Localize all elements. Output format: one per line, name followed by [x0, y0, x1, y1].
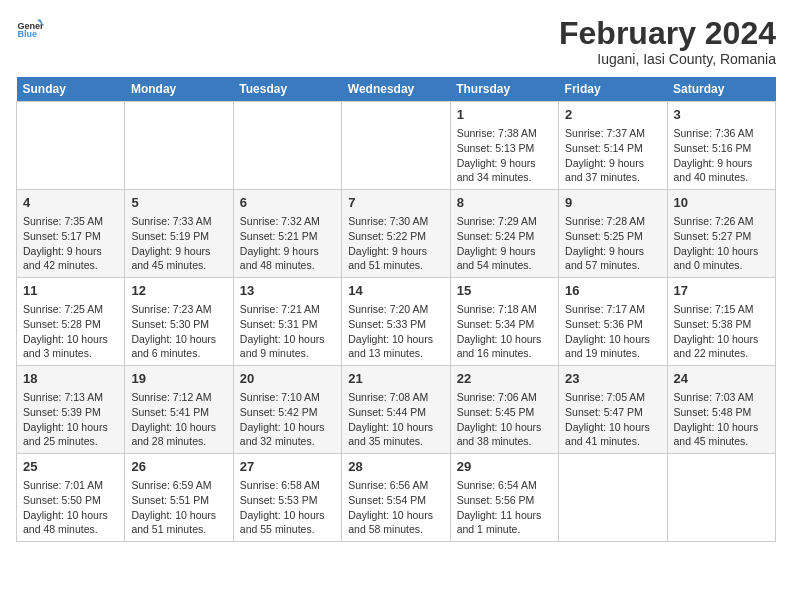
day-info: Sunrise: 7:25 AMSunset: 5:28 PMDaylight:… — [23, 302, 118, 361]
calendar-cell: 7Sunrise: 7:30 AMSunset: 5:22 PMDaylight… — [342, 190, 450, 278]
day-number: 22 — [457, 370, 552, 388]
day-info: Sunrise: 6:58 AMSunset: 5:53 PMDaylight:… — [240, 478, 335, 537]
day-number: 29 — [457, 458, 552, 476]
calendar-cell: 29Sunrise: 6:54 AMSunset: 5:56 PMDayligh… — [450, 453, 558, 541]
page-subtitle: Iugani, Iasi County, Romania — [559, 51, 776, 67]
calendar-cell: 4Sunrise: 7:35 AMSunset: 5:17 PMDaylight… — [17, 190, 125, 278]
day-info: Sunrise: 7:17 AMSunset: 5:36 PMDaylight:… — [565, 302, 660, 361]
day-info: Sunrise: 7:13 AMSunset: 5:39 PMDaylight:… — [23, 390, 118, 449]
day-number: 16 — [565, 282, 660, 300]
calendar-cell: 13Sunrise: 7:21 AMSunset: 5:31 PMDayligh… — [233, 278, 341, 366]
day-info: Sunrise: 7:10 AMSunset: 5:42 PMDaylight:… — [240, 390, 335, 449]
day-info: Sunrise: 7:05 AMSunset: 5:47 PMDaylight:… — [565, 390, 660, 449]
calendar-cell: 5Sunrise: 7:33 AMSunset: 5:19 PMDaylight… — [125, 190, 233, 278]
day-info: Sunrise: 7:38 AMSunset: 5:13 PMDaylight:… — [457, 126, 552, 185]
day-number: 24 — [674, 370, 769, 388]
day-number: 20 — [240, 370, 335, 388]
calendar-cell: 3Sunrise: 7:36 AMSunset: 5:16 PMDaylight… — [667, 102, 775, 190]
day-number: 4 — [23, 194, 118, 212]
calendar-cell: 9Sunrise: 7:28 AMSunset: 5:25 PMDaylight… — [559, 190, 667, 278]
title-block: February 2024 Iugani, Iasi County, Roman… — [559, 16, 776, 67]
day-info: Sunrise: 6:54 AMSunset: 5:56 PMDaylight:… — [457, 478, 552, 537]
calendar-cell: 15Sunrise: 7:18 AMSunset: 5:34 PMDayligh… — [450, 278, 558, 366]
calendar-cell — [342, 102, 450, 190]
page-header: General Blue February 2024 Iugani, Iasi … — [16, 16, 776, 67]
calendar-cell: 6Sunrise: 7:32 AMSunset: 5:21 PMDaylight… — [233, 190, 341, 278]
calendar-cell: 19Sunrise: 7:12 AMSunset: 5:41 PMDayligh… — [125, 366, 233, 454]
day-info: Sunrise: 7:15 AMSunset: 5:38 PMDaylight:… — [674, 302, 769, 361]
calendar-header: SundayMondayTuesdayWednesdayThursdayFrid… — [17, 77, 776, 102]
header-thursday: Thursday — [450, 77, 558, 102]
calendar-cell: 25Sunrise: 7:01 AMSunset: 5:50 PMDayligh… — [17, 453, 125, 541]
day-number: 21 — [348, 370, 443, 388]
header-row: SundayMondayTuesdayWednesdayThursdayFrid… — [17, 77, 776, 102]
calendar-cell: 10Sunrise: 7:26 AMSunset: 5:27 PMDayligh… — [667, 190, 775, 278]
day-info: Sunrise: 7:21 AMSunset: 5:31 PMDaylight:… — [240, 302, 335, 361]
day-number: 27 — [240, 458, 335, 476]
day-info: Sunrise: 7:03 AMSunset: 5:48 PMDaylight:… — [674, 390, 769, 449]
day-number: 28 — [348, 458, 443, 476]
calendar-cell: 24Sunrise: 7:03 AMSunset: 5:48 PMDayligh… — [667, 366, 775, 454]
day-number: 13 — [240, 282, 335, 300]
day-number: 23 — [565, 370, 660, 388]
calendar-week-3: 11Sunrise: 7:25 AMSunset: 5:28 PMDayligh… — [17, 278, 776, 366]
day-number: 18 — [23, 370, 118, 388]
day-number: 26 — [131, 458, 226, 476]
calendar-cell — [667, 453, 775, 541]
day-info: Sunrise: 7:35 AMSunset: 5:17 PMDaylight:… — [23, 214, 118, 273]
calendar-cell: 1Sunrise: 7:38 AMSunset: 5:13 PMDaylight… — [450, 102, 558, 190]
calendar-cell: 20Sunrise: 7:10 AMSunset: 5:42 PMDayligh… — [233, 366, 341, 454]
day-info: Sunrise: 7:18 AMSunset: 5:34 PMDaylight:… — [457, 302, 552, 361]
day-info: Sunrise: 7:28 AMSunset: 5:25 PMDaylight:… — [565, 214, 660, 273]
day-number: 11 — [23, 282, 118, 300]
day-info: Sunrise: 7:26 AMSunset: 5:27 PMDaylight:… — [674, 214, 769, 273]
calendar-cell: 17Sunrise: 7:15 AMSunset: 5:38 PMDayligh… — [667, 278, 775, 366]
calendar-cell: 26Sunrise: 6:59 AMSunset: 5:51 PMDayligh… — [125, 453, 233, 541]
day-info: Sunrise: 7:37 AMSunset: 5:14 PMDaylight:… — [565, 126, 660, 185]
calendar-cell: 21Sunrise: 7:08 AMSunset: 5:44 PMDayligh… — [342, 366, 450, 454]
calendar-week-1: 1Sunrise: 7:38 AMSunset: 5:13 PMDaylight… — [17, 102, 776, 190]
day-info: Sunrise: 7:20 AMSunset: 5:33 PMDaylight:… — [348, 302, 443, 361]
calendar-cell: 2Sunrise: 7:37 AMSunset: 5:14 PMDaylight… — [559, 102, 667, 190]
day-info: Sunrise: 7:30 AMSunset: 5:22 PMDaylight:… — [348, 214, 443, 273]
calendar-cell: 8Sunrise: 7:29 AMSunset: 5:24 PMDaylight… — [450, 190, 558, 278]
calendar-cell — [17, 102, 125, 190]
day-info: Sunrise: 7:06 AMSunset: 5:45 PMDaylight:… — [457, 390, 552, 449]
day-number: 14 — [348, 282, 443, 300]
calendar-cell: 12Sunrise: 7:23 AMSunset: 5:30 PMDayligh… — [125, 278, 233, 366]
day-info: Sunrise: 7:12 AMSunset: 5:41 PMDaylight:… — [131, 390, 226, 449]
day-info: Sunrise: 6:59 AMSunset: 5:51 PMDaylight:… — [131, 478, 226, 537]
header-friday: Friday — [559, 77, 667, 102]
calendar-cell: 16Sunrise: 7:17 AMSunset: 5:36 PMDayligh… — [559, 278, 667, 366]
calendar-cell — [559, 453, 667, 541]
day-info: Sunrise: 6:56 AMSunset: 5:54 PMDaylight:… — [348, 478, 443, 537]
calendar-week-5: 25Sunrise: 7:01 AMSunset: 5:50 PMDayligh… — [17, 453, 776, 541]
day-number: 1 — [457, 106, 552, 124]
logo: General Blue — [16, 16, 44, 44]
calendar-cell: 14Sunrise: 7:20 AMSunset: 5:33 PMDayligh… — [342, 278, 450, 366]
day-number: 6 — [240, 194, 335, 212]
day-number: 12 — [131, 282, 226, 300]
day-info: Sunrise: 7:29 AMSunset: 5:24 PMDaylight:… — [457, 214, 552, 273]
day-info: Sunrise: 7:32 AMSunset: 5:21 PMDaylight:… — [240, 214, 335, 273]
page-title: February 2024 — [559, 16, 776, 51]
calendar-cell: 28Sunrise: 6:56 AMSunset: 5:54 PMDayligh… — [342, 453, 450, 541]
day-info: Sunrise: 7:33 AMSunset: 5:19 PMDaylight:… — [131, 214, 226, 273]
calendar-cell: 18Sunrise: 7:13 AMSunset: 5:39 PMDayligh… — [17, 366, 125, 454]
logo-icon: General Blue — [16, 16, 44, 44]
day-number: 3 — [674, 106, 769, 124]
day-number: 19 — [131, 370, 226, 388]
day-number: 8 — [457, 194, 552, 212]
day-info: Sunrise: 7:36 AMSunset: 5:16 PMDaylight:… — [674, 126, 769, 185]
day-number: 15 — [457, 282, 552, 300]
day-number: 17 — [674, 282, 769, 300]
calendar-cell — [125, 102, 233, 190]
svg-text:Blue: Blue — [17, 29, 37, 39]
header-monday: Monday — [125, 77, 233, 102]
calendar-body: 1Sunrise: 7:38 AMSunset: 5:13 PMDaylight… — [17, 102, 776, 542]
day-number: 25 — [23, 458, 118, 476]
day-number: 10 — [674, 194, 769, 212]
calendar-cell: 22Sunrise: 7:06 AMSunset: 5:45 PMDayligh… — [450, 366, 558, 454]
calendar-week-4: 18Sunrise: 7:13 AMSunset: 5:39 PMDayligh… — [17, 366, 776, 454]
header-saturday: Saturday — [667, 77, 775, 102]
